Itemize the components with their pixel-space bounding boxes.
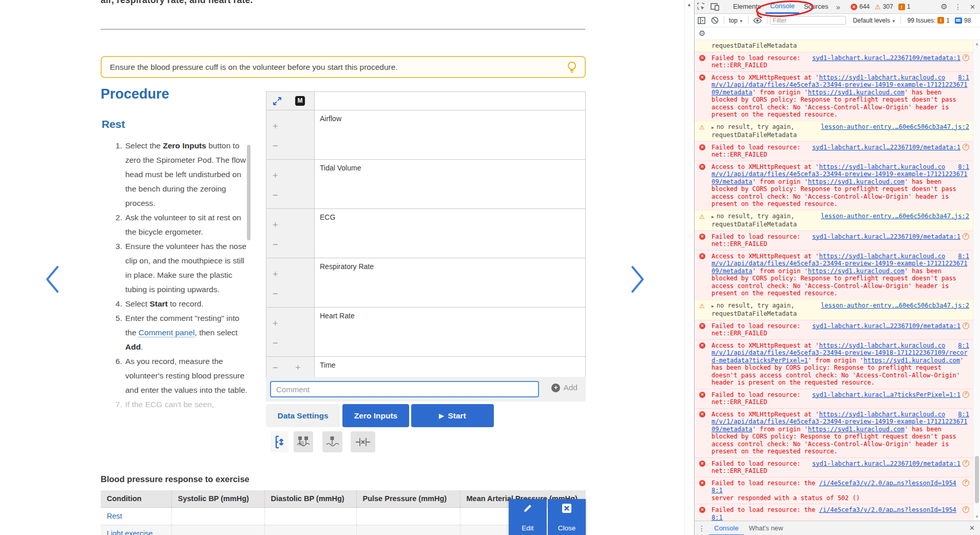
source-link[interactable]: 8:1: [958, 342, 969, 350]
zero-inputs-button[interactable]: Zero Inputs: [342, 404, 409, 427]
console-filter-input[interactable]: [770, 16, 846, 25]
cut-off-heading: air, respiratory rate, and heart rate.: [101, 0, 253, 6]
close-button[interactable]: Close: [548, 499, 586, 535]
channel-zoom-out-button[interactable]: −: [273, 142, 278, 149]
channel-zoom-out-button[interactable]: −: [273, 192, 278, 199]
url-link[interactable]: https://syd1.kuracloud.com: [808, 178, 905, 185]
console-counts[interactable]: ✕ 644 ⚠ 307 ! 1: [851, 3, 913, 10]
channel-zoom-out-button[interactable]: −: [273, 241, 278, 248]
error-detail: net::ERR_FAILED: [712, 151, 767, 158]
devtools-close-icon[interactable]: ✕: [965, 3, 980, 11]
next-page-chevron[interactable]: [627, 264, 648, 294]
clear-console-icon[interactable]: [708, 13, 721, 27]
channel-zoom-out-button[interactable]: −: [273, 339, 278, 347]
source-link[interactable]: 8:1: [958, 411, 969, 418]
devtools-settings-gear-icon[interactable]: ⚙: [937, 0, 951, 14]
source-link[interactable]: lesson-author-entry.…60e6c506cb3a47.js:2: [821, 123, 969, 131]
console-scrollbar-thumb[interactable]: [975, 456, 979, 503]
tab-console[interactable]: Console: [765, 0, 799, 14]
value-cell[interactable]: [171, 507, 264, 525]
page-scrollbar[interactable]: ▲: [684, 0, 694, 535]
comment-panel-link[interactable]: Comment panel: [139, 328, 195, 337]
url-link[interactable]: https://syd1.kuracloud.com: [808, 268, 905, 275]
autoscale-button[interactable]: [271, 431, 289, 452]
add-comment-button[interactable]: + Add: [551, 383, 578, 392]
previous-page-chevron[interactable]: [42, 264, 63, 294]
source-link[interactable]: syd1-labchart.kuracl…a?ticksPerPixel=1:1: [812, 391, 960, 399]
source-link[interactable]: lesson-author-entry.…60e6c506cb3a47.js:2: [821, 302, 969, 310]
clear-markers-button[interactable]: [351, 431, 375, 452]
request-indicator-icon[interactable]: ↱: [963, 54, 969, 61]
expand-chart-icon[interactable]: [273, 97, 282, 106]
console-settings-gear-icon[interactable]: ⚙: [699, 29, 705, 38]
source-link[interactable]: lesson-author-entry.…60e6c506cb3a47.js:2: [821, 213, 969, 220]
console-scrollbar[interactable]: ▲ ▼: [973, 40, 980, 521]
console-scroll-down-arrow[interactable]: ▼: [975, 514, 979, 519]
start-button[interactable]: ▶Start: [411, 404, 494, 427]
add-comment-markers-button[interactable]: [294, 431, 313, 452]
marker-button[interactable]: M: [295, 96, 305, 106]
condition-link[interactable]: Light exercise: [107, 529, 152, 535]
live-expression-eye-icon[interactable]: [751, 13, 764, 27]
step-plain-text: button to zero the Spirometer Pod. The f…: [125, 141, 246, 207]
request-indicator-icon[interactable]: ↱: [963, 480, 969, 486]
value-cell[interactable]: [356, 507, 460, 525]
channel-zoom-out-button[interactable]: −: [273, 290, 278, 297]
tab-elements[interactable]: Elements: [728, 0, 765, 14]
source-link[interactable]: syd1-labchart.kuracl…22367109/metadata:1: [812, 144, 960, 151]
time-zoom-out-button[interactable]: −: [273, 364, 278, 371]
request-indicator-icon[interactable]: ↱: [963, 391, 969, 398]
error-detail: net::ERR_FAILED: [712, 240, 767, 247]
value-cell[interactable]: [356, 525, 460, 535]
channel-zoom-in-button[interactable]: +: [273, 320, 278, 327]
issues-link[interactable]: 99 Issues: ! 1 98: [908, 17, 974, 24]
source-link[interactable]: syd1-labchart.kuracl…22367109/metadata:1: [812, 233, 960, 241]
condition-link[interactable]: Rest: [107, 512, 122, 520]
source-link[interactable]: syd1-labchart.kuracl…22367109/metadata:1: [812, 460, 960, 468]
drawer-tab-what-s-new[interactable]: What's new: [744, 521, 789, 535]
channel-zoom-in-button[interactable]: +: [273, 123, 278, 130]
request-indicator-icon[interactable]: ↱: [963, 506, 969, 513]
source-link[interactable]: 8:1: [958, 74, 969, 82]
disclosure-triangle-icon[interactable]: ▶: [712, 125, 714, 130]
console-sidebar-icon[interactable]: [695, 13, 708, 27]
device-toolbar-icon[interactable]: [708, 0, 721, 14]
steps-scrollbar[interactable]: [247, 145, 251, 240]
request-indicator-icon[interactable]: ↱: [963, 460, 969, 467]
source-link[interactable]: syd1-labchart.kuracl…22367109/metadata:1: [812, 54, 960, 62]
disclosure-triangle-icon[interactable]: ▶: [712, 215, 714, 219]
value-cell[interactable]: [264, 525, 356, 535]
log-levels-select[interactable]: Default levels▼: [851, 17, 898, 24]
tab-sources[interactable]: Sources: [799, 0, 833, 14]
value-cell[interactable]: [171, 525, 264, 535]
devtools-menu-kebab-icon[interactable]: ⋮: [951, 3, 965, 11]
comment-input[interactable]: [270, 381, 539, 397]
url-link[interactable]: https://syd1.kuracloud.com: [808, 426, 905, 433]
scroll-up-arrow[interactable]: ▲: [687, 2, 691, 7]
time-zoom-in-button[interactable]: +: [295, 364, 301, 371]
channel-zoom-in-button[interactable]: +: [273, 271, 278, 278]
source-link[interactable]: 8:1: [958, 163, 969, 171]
drawer-tab-console[interactable]: Console: [709, 521, 744, 535]
request-indicator-icon[interactable]: ↱: [963, 322, 969, 329]
add-single-marker-button[interactable]: [322, 431, 342, 452]
message-source: 8:1: [958, 411, 969, 418]
source-link[interactable]: syd1-labchart.kuracl…22367109/metadata:1: [812, 322, 960, 330]
disclosure-triangle-icon[interactable]: ▶: [712, 304, 714, 309]
edit-button[interactable]: Edit: [509, 499, 547, 535]
value-cell[interactable]: [264, 507, 356, 525]
more-tabs-icon[interactable]: »: [833, 3, 843, 11]
inspect-element-icon[interactable]: [695, 0, 708, 14]
channel-zoom-in-button[interactable]: +: [273, 221, 278, 228]
data-settings-button[interactable]: Data Settings: [266, 404, 340, 427]
source-link[interactable]: 8:1: [958, 253, 969, 260]
url-link[interactable]: https://syd1.kuracloud.com: [863, 357, 960, 364]
request-indicator-icon[interactable]: ↱: [963, 233, 969, 240]
channel-zoom-in-button[interactable]: +: [273, 172, 278, 179]
drawer-close-icon[interactable]: ✕: [964, 524, 980, 532]
url-link[interactable]: https://syd1.kuracloud.com: [808, 89, 905, 96]
drawer-kebab-icon[interactable]: ⋮: [695, 524, 709, 532]
frame-context-select[interactable]: top▼: [727, 17, 745, 24]
console-scroll-up-arrow[interactable]: ▲: [975, 42, 979, 46]
request-indicator-icon[interactable]: ↱: [963, 144, 969, 150]
